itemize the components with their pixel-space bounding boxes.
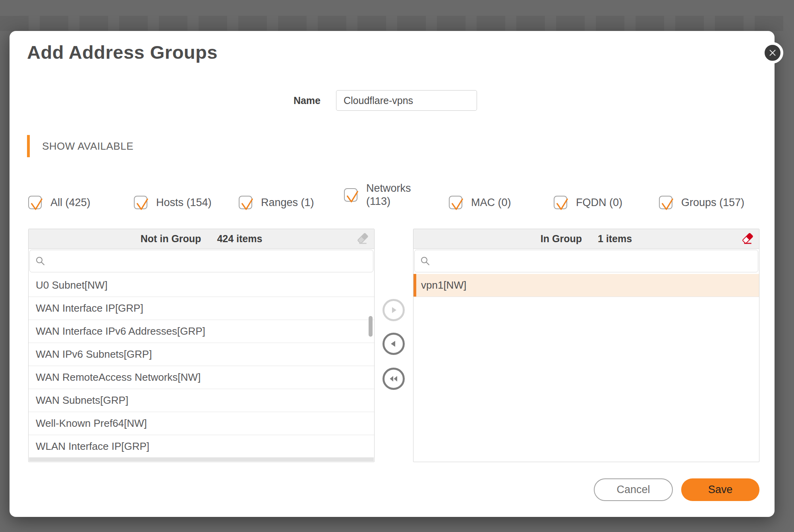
arrow-left-icon: [389, 339, 398, 349]
arrow-right-icon: [389, 305, 398, 315]
clear-selection-button-disabled[interactable]: [356, 232, 369, 245]
eraser-icon: [357, 233, 369, 245]
filter-checkbox-ranges[interactable]: Ranges (1): [239, 196, 314, 209]
list-item[interactable]: WAN Interface IP[GRP]: [29, 297, 374, 320]
save-button[interactable]: Save: [681, 478, 759, 501]
checkbox-checked-icon[interactable]: [134, 196, 147, 209]
not-in-group-header: Not in Group 424 items: [29, 229, 374, 249]
filter-checkbox-mac[interactable]: MAC (0): [449, 196, 511, 209]
filter-label: Hosts (154): [156, 196, 212, 209]
in-group-list: vpn1[NW]: [413, 274, 759, 457]
search-input[interactable]: [435, 255, 752, 267]
filter-label: Groups (157): [681, 196, 744, 209]
filter-label: FQDN (0): [576, 196, 622, 209]
page-title: Add Address Groups: [27, 41, 218, 63]
list-item[interactable]: WAN Subnets[GRP]: [29, 389, 374, 412]
section-label: SHOW AVAILABLE: [42, 140, 133, 152]
filter-checkbox-all[interactable]: All (425): [28, 196, 91, 209]
list-item[interactable]: WLAN Interface IP[GRP]: [29, 435, 374, 457]
panel-item-count: 1 items: [598, 233, 632, 245]
filter-checkbox-groups[interactable]: Groups (157): [659, 196, 744, 209]
checkbox-checked-icon[interactable]: [449, 196, 462, 209]
list-item[interactable]: Well-Known Pref64[NW]: [29, 412, 374, 435]
filter-label: MAC (0): [471, 196, 511, 209]
section-accent-bar: [27, 135, 30, 157]
clear-group-button[interactable]: [741, 232, 754, 245]
backdrop-blur-band: [0, 16, 794, 31]
not-in-group-panel: Not in Group 424 items U0 Subnet: [28, 229, 375, 462]
in-group-header: In Group 1 items: [413, 229, 759, 249]
search-icon: [35, 256, 46, 266]
double-arrow-left-icon: [388, 374, 399, 384]
checkbox-checked-icon[interactable]: [239, 196, 252, 209]
filter-checkbox-networks[interactable]: Networks (113): [344, 182, 422, 208]
checkbox-checked-icon[interactable]: [659, 196, 672, 209]
panel-title: Not in Group: [141, 233, 201, 245]
close-icon: [767, 47, 778, 58]
search-input[interactable]: [50, 255, 367, 267]
list-item[interactable]: WAN RemoteAccess Networks[NW]: [29, 366, 374, 389]
list-item[interactable]: WAN IPv6 Subnets[GRP]: [29, 343, 374, 366]
move-right-button[interactable]: [383, 299, 405, 321]
not-in-group-list: U0 Subnet[NW] WAN Interface IP[GRP] WAN …: [29, 274, 374, 457]
checkbox-checked-icon[interactable]: [344, 188, 357, 202]
name-label: Name: [254, 95, 321, 106]
list-item[interactable]: WAN Interface IPv6 Addresses[GRP]: [29, 320, 374, 343]
checkbox-checked-icon[interactable]: [28, 196, 42, 209]
in-group-search: [414, 250, 758, 272]
close-button[interactable]: [762, 42, 783, 64]
vertical-scrollbar-thumb[interactable]: [369, 316, 373, 337]
filter-label: Ranges (1): [261, 196, 314, 209]
horizontal-scrollbar-track[interactable]: [29, 457, 374, 461]
panel-item-count: 424 items: [217, 233, 262, 245]
filter-checkbox-hosts[interactable]: Hosts (154): [134, 196, 212, 209]
filter-label: Networks (113): [366, 182, 422, 208]
name-input[interactable]: [336, 90, 477, 111]
filter-label: All (425): [50, 196, 91, 209]
move-left-button[interactable]: [383, 333, 405, 355]
list-item[interactable]: U0 Subnet[NW]: [29, 274, 374, 297]
checkbox-checked-icon[interactable]: [554, 196, 567, 209]
search-icon: [420, 256, 431, 266]
panel-title: In Group: [541, 233, 582, 245]
not-in-group-search: [29, 250, 373, 272]
in-group-panel: In Group 1 items vpn1[NW]: [413, 229, 759, 462]
filter-checkbox-fqdn[interactable]: FQDN (0): [554, 196, 622, 209]
cancel-button[interactable]: Cancel: [594, 478, 673, 501]
eraser-icon-red: [742, 233, 753, 245]
move-all-left-button[interactable]: [383, 368, 405, 390]
list-item-selected[interactable]: vpn1[NW]: [413, 274, 759, 297]
